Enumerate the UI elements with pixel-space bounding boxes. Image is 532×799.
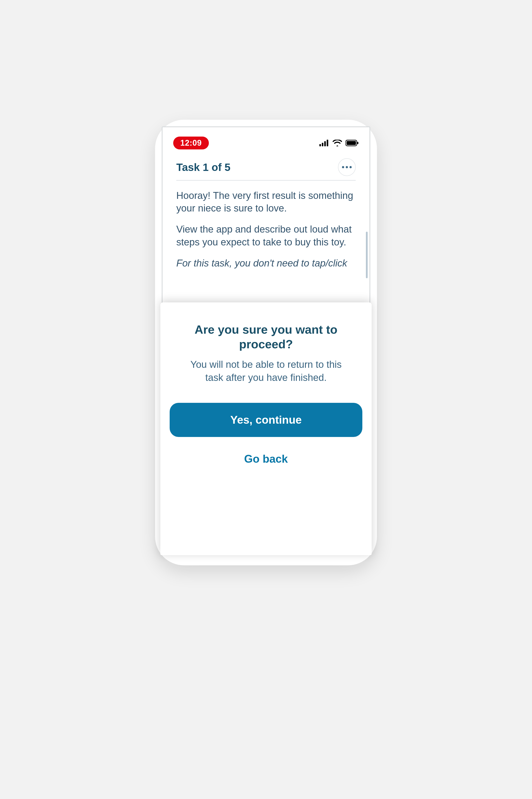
svg-rect-1 (322, 143, 323, 146)
go-back-button[interactable]: Go back (244, 453, 288, 465)
svg-rect-0 (319, 144, 321, 146)
task-title: Task 1 of 5 (176, 161, 231, 174)
phone-frame: 12:09 (155, 120, 377, 565)
status-time: 12:09 (173, 137, 209, 149)
status-bar: 12:09 (163, 127, 369, 152)
task-paragraph-3: For this task, you don't need to tap/cli… (176, 257, 356, 269)
task-body: Hooray! The very first result is somethi… (163, 181, 369, 269)
battery-icon (345, 140, 359, 146)
task-paragraph-1: Hooray! The very first result is somethi… (176, 189, 356, 214)
confirm-modal: Are you sure you want to proceed? You wi… (160, 303, 372, 555)
modal-title: Are you sure you want to proceed? (189, 322, 343, 351)
phone-screen: 12:09 (162, 126, 370, 555)
svg-rect-3 (327, 140, 328, 146)
cellular-icon (319, 140, 329, 146)
scroll-indicator[interactable] (366, 232, 368, 278)
svg-rect-5 (347, 141, 356, 145)
wifi-icon (332, 140, 342, 146)
modal-subtitle: You will not be able to return to this t… (186, 358, 346, 384)
svg-rect-6 (357, 142, 358, 144)
more-button[interactable] (338, 158, 356, 176)
more-icon (342, 166, 352, 168)
status-icons (319, 140, 359, 146)
svg-rect-2 (324, 141, 326, 146)
task-header: Task 1 of 5 (163, 152, 369, 180)
yes-continue-button[interactable]: Yes, continue (170, 403, 362, 437)
task-paragraph-2: View the app and describe out loud what … (176, 223, 356, 248)
